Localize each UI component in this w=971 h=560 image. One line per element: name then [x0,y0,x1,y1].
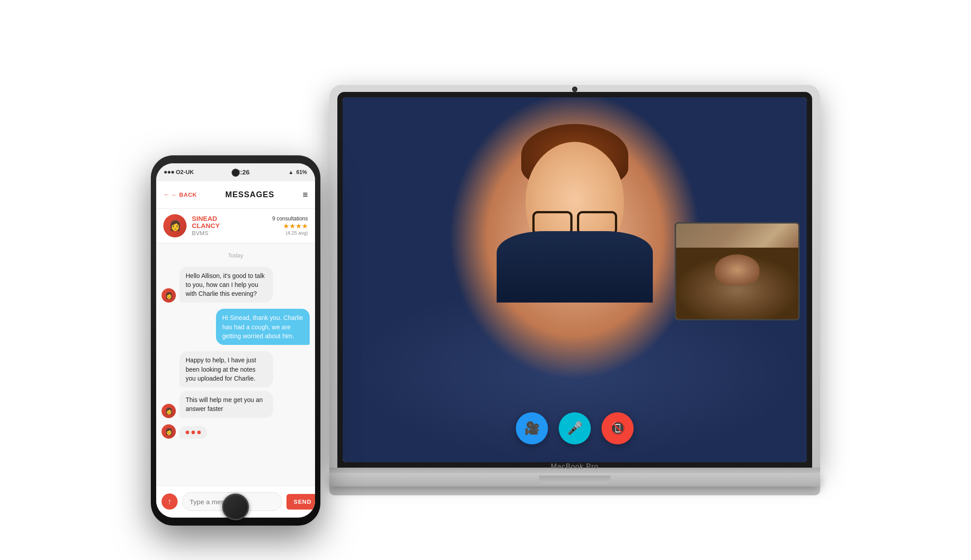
attach-icon: ↑ [168,497,172,506]
sender-avatar-4: 👩 [162,424,176,439]
microphone-button[interactable]: 🎤 [559,412,591,444]
message-bubble-1: Hello Allison, it's good to talk to you,… [179,267,273,303]
vet-face [499,115,651,303]
contact-avatar: 👩 [163,214,187,237]
phone-header: ← ← BACK MESSAGES ≡ [156,181,315,209]
back-button[interactable]: ← ← BACK [163,191,197,198]
message-text-2: Hi Sinead, thank you. Charlie has had a … [222,314,303,340]
star-rating: ★★★★ [272,222,308,230]
typing-indicator [179,426,207,439]
message-text-3a: Happy to help, I have just been looking … [186,357,256,382]
status-right: ▲ 61% [288,169,307,175]
contact-name-line2: CLANCY [192,222,267,230]
header-title: MESSAGES [202,190,297,199]
laptop-bottom-bar [329,473,820,486]
message-row-4: 👩 [162,424,310,439]
menu-icon[interactable]: ≡ [303,190,308,200]
signal-dot-1 [164,171,167,174]
laptop-screen: 🎥 🎤 📵 [343,97,807,462]
send-button[interactable]: SEND [286,494,315,510]
typing-dot-2 [191,431,195,434]
shirt [497,231,653,303]
sender-avatar-3: 👩 [162,404,176,418]
phone-content: ← ← BACK MESSAGES ≡ 👩 SINEAD CLANCY BVMS [156,181,315,518]
scene: 🎥 🎤 📵 [151,35,820,526]
avg-rating: (4.25 avg) [272,230,308,236]
laptop-camera [573,87,577,91]
typing-dot-1 [186,431,189,434]
mic-icon: 🎤 [567,421,583,436]
laptop-base-area: MacBook Pro [329,468,820,508]
laptop-notch [539,476,610,484]
carrier-label: O2-UK [176,169,194,175]
message-bubble-3a: Happy to help, I have just been looking … [179,351,273,387]
message-bubble-3b: This will help me get you an answer fast… [179,391,273,418]
wifi-icon: ▲ [288,169,294,175]
phone: O2-UK 18:26 ▲ 61% ← ← BACK MESSAGES ≡ [151,155,320,526]
camera-button[interactable]: 🎥 [516,412,548,444]
laptop: 🎥 🎤 📵 [329,84,820,508]
camera-icon: 🎥 [524,421,540,436]
back-label: ← BACK [171,191,197,198]
video-controls: 🎥 🎤 📵 [516,412,634,444]
signal-dot-2 [168,171,170,174]
laptop-model-label: MacBook Pro [551,463,598,471]
phone-home-button[interactable] [222,494,249,520]
signal-dot-3 [171,171,174,174]
hang-up-icon: 📵 [610,421,626,436]
avatar-emoji: 👩 [169,220,181,232]
send-label: SEND [294,498,311,505]
video-main: 🎥 🎤 📵 [343,97,807,462]
message-row-2: Hi Sinead, thank you. Charlie has had a … [162,309,310,345]
message-text-3b: This will help me get you an answer fast… [186,396,263,412]
contact-name-line1: SINEAD [192,215,267,223]
laptop-bezel: 🎥 🎤 📵 [337,92,812,468]
message-bubble-2: Hi Sinead, thank you. Charlie has had a … [216,309,310,345]
back-arrow-icon: ← [163,191,170,198]
message-row-1: 👩 Hello Allison, it's good to talk to yo… [162,267,310,303]
contact-card[interactable]: 👩 SINEAD CLANCY BVMS 9 consultations ★★★… [156,209,315,243]
phone-camera [232,170,239,176]
message-text-1: Hello Allison, it's good to talk to you,… [186,272,265,298]
attach-button[interactable]: ↑ [162,494,178,510]
laptop-feet: MacBook Pro [329,473,820,495]
typing-dot-3 [197,431,201,434]
contact-credential: BVMS [192,230,267,236]
pip-video [675,222,800,320]
laptop-lid: 🎥 🎤 📵 [329,84,820,468]
contact-info: SINEAD CLANCY BVMS [192,215,267,236]
status-left: O2-UK [164,169,194,175]
hang-up-button[interactable]: 📵 [602,412,634,444]
glasses [530,211,619,233]
dog-video [676,248,798,319]
consultations-count: 9 consultations [272,216,308,222]
phone-screen: O2-UK 18:26 ▲ 61% ← ← BACK MESSAGES ≡ [156,163,315,518]
signal-strength [164,171,174,174]
contact-stats: 9 consultations ★★★★ (4.25 avg) [272,216,308,236]
message-row-3: 👩 Happy to help, I have just been lookin… [162,351,310,418]
sender-avatar-1: 👩 [162,288,176,303]
chat-date: Today [162,252,310,259]
battery-label: 61% [296,169,307,175]
chat-area: Today 👩 Hello Allison, it's good to talk… [156,243,315,485]
